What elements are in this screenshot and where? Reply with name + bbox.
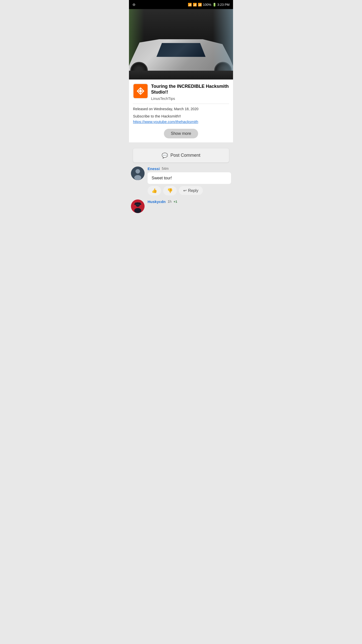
svg-point-5 (134, 175, 141, 180)
comment-item-enessi: Enessi 54m Sweet tour! 👍 👎 ↩ Reply (131, 167, 231, 195)
avatar-enessi[interactable] (131, 167, 145, 180)
reply-button-enessi[interactable]: ↩ Reply (179, 186, 203, 195)
svg-rect-11 (136, 204, 138, 205)
ltt-logo (133, 84, 148, 98)
wifi-icon: 📶 (193, 3, 197, 7)
show-more-button[interactable]: Show more (164, 129, 198, 138)
thumbs-down-icon: 👎 (167, 188, 173, 193)
video-info-card: Touring the INCREDIBLE Hacksmith Studio!… (129, 79, 233, 142)
comment-item-huskycdn: Huskycdn 1h +1 (131, 199, 231, 213)
signal-icon: 📶 (198, 3, 202, 7)
comment-author-huskycdn[interactable]: Huskycdn (148, 199, 166, 204)
svg-point-4 (135, 169, 140, 174)
svg-rect-12 (138, 204, 140, 205)
description-line1: Subscribe to the Hacksmith!! (133, 114, 181, 118)
video-title-block: Touring the INCREDIBLE Hacksmith Studio!… (151, 84, 229, 101)
comment-content-huskycdn: Huskycdn 1h +1 (148, 199, 231, 205)
status-left: ⊖ (132, 3, 135, 7)
comment-badge-huskycdn: +1 (173, 200, 177, 204)
avatar-huskycdn[interactable] (131, 199, 145, 213)
channel-row: Touring the INCREDIBLE Hacksmith Studio!… (133, 84, 229, 101)
like-button-enessi[interactable]: 👍 (148, 186, 161, 195)
battery-level: 100% (203, 3, 211, 7)
status-right: 📶 📶 📶 100% 🔋 3:23 PM (188, 3, 230, 7)
reply-arrow-icon: ↩ (183, 188, 187, 193)
release-date: Released on Wednesday, March 18, 2020 (133, 107, 229, 111)
status-bar: ⊖ 📶 📶 📶 100% 🔋 3:23 PM (129, 0, 233, 9)
svg-point-10 (134, 208, 141, 213)
description-link[interactable]: https://www.youtube.com/thehacksmith (133, 119, 198, 124)
comment-content-enessi: Enessi 54m Sweet tour! 👍 👎 ↩ Reply (148, 167, 231, 195)
comment-time-huskycdn: 1h (168, 199, 172, 204)
comment-header-huskycdn: Huskycdn 1h +1 (148, 199, 231, 204)
video-thumbnail[interactable] (129, 9, 233, 79)
bg-ground (129, 71, 233, 79)
reply-label-enessi: Reply (188, 188, 198, 193)
time-display: 3:23 PM (217, 3, 230, 7)
post-comment-button[interactable]: 💬 Post Comment (133, 148, 229, 163)
comment-actions-enessi: 👍 👎 ↩ Reply (148, 186, 231, 195)
comment-author-enessi[interactable]: Enessi (148, 167, 160, 171)
circle-minus-icon: ⊖ (132, 3, 135, 7)
comment-time-enessi: 54m (162, 167, 168, 171)
channel-logo[interactable] (133, 84, 148, 99)
truck-window (154, 43, 208, 57)
description-text: Subscribe to the Hacksmith!! https://www… (133, 113, 229, 125)
bg-blur-right (213, 9, 233, 79)
bluetooth-icon: 📶 (188, 3, 192, 7)
comments-section: Enessi 54m Sweet tour! 👍 👎 ↩ Reply (129, 167, 233, 213)
divider (133, 104, 229, 104)
comment-bubble-enessi: Sweet tour! (148, 172, 231, 184)
thumbs-up-icon: 👍 (152, 188, 157, 193)
comment-header-enessi: Enessi 54m (148, 167, 231, 171)
comment-bubble-icon: 💬 (162, 152, 168, 158)
post-comment-label: Post Comment (170, 153, 200, 158)
battery-icon: 🔋 (212, 3, 216, 7)
dislike-button-enessi[interactable]: 👎 (163, 186, 177, 195)
svg-rect-9 (135, 203, 141, 204)
post-comment-section: 💬 Post Comment (129, 144, 233, 167)
channel-name: LinusTechTips (151, 96, 229, 101)
video-title: Touring the INCREDIBLE Hacksmith Studio!… (151, 84, 229, 95)
comment-text-enessi: Sweet tour! (152, 176, 172, 180)
